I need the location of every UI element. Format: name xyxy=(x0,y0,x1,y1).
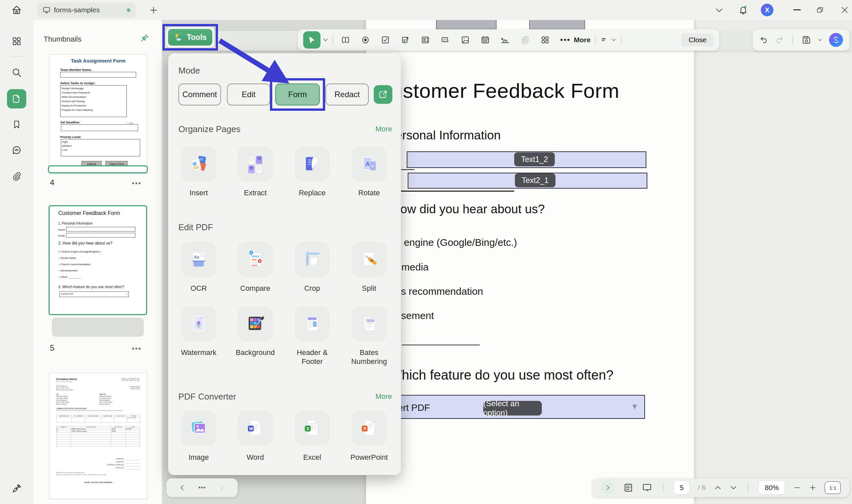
thumbnail-page-4[interactable]: Task Assignment Form Team Member Name: S… xyxy=(49,54,147,174)
mode-comment-button[interactable]: Comment xyxy=(178,84,221,106)
attachments-button[interactable] xyxy=(8,168,25,185)
sign-tool-button[interactable] xyxy=(8,480,25,497)
zoom-level-box[interactable]: 80% xyxy=(759,481,785,494)
user-avatar[interactable]: X xyxy=(761,4,774,16)
redo-button[interactable] xyxy=(775,35,784,44)
signature-field-tool[interactable] xyxy=(496,31,515,49)
tool-replace[interactable] xyxy=(295,146,330,181)
checkbox-tool[interactable] xyxy=(376,31,395,49)
field-grid-tool[interactable] xyxy=(535,31,555,49)
tool-watermark[interactable] xyxy=(181,306,216,341)
organize-more-link[interactable]: More xyxy=(375,125,392,133)
prev-page-button[interactable] xyxy=(179,484,186,491)
tool-bates-numbering[interactable]: 000123 xyxy=(352,306,386,341)
extract-icon xyxy=(245,154,266,174)
tool-split[interactable] xyxy=(352,242,386,276)
mini-option: ○ Other: ________ xyxy=(58,275,81,278)
close-window-button[interactable] xyxy=(841,6,849,14)
zoom-in-button[interactable] xyxy=(809,484,816,491)
save-options-chevron[interactable] xyxy=(817,38,823,42)
actual-size-button[interactable]: 1:1 xyxy=(825,481,841,494)
tool-to-powerpoint[interactable]: P xyxy=(352,411,386,445)
bookmarks-button[interactable] xyxy=(8,116,25,133)
home-button[interactable] xyxy=(11,5,22,15)
next-page-button[interactable] xyxy=(218,484,225,491)
select-tool-button[interactable] xyxy=(303,31,320,49)
radio-button-tool[interactable] xyxy=(356,31,375,49)
dropdown-caret-icon[interactable]: ▼ xyxy=(631,402,639,411)
new-tab-button[interactable] xyxy=(149,6,158,15)
page-down-button[interactable] xyxy=(730,485,737,490)
alignment-tool-button[interactable] xyxy=(600,36,616,44)
thumbnail-page-6[interactable]: [Company Name] [Your Company Slogan] INV… xyxy=(49,373,147,499)
combo-box-tool[interactable] xyxy=(396,31,415,49)
chevron-down-icon[interactable] xyxy=(322,38,329,42)
document-tab[interactable]: forms-samples xyxy=(37,3,136,17)
list-box-tool[interactable] xyxy=(416,31,435,49)
collapse-toolbar-button[interactable] xyxy=(715,8,724,13)
invoice-title: INVOICE xyxy=(122,377,140,382)
tool-insert[interactable] xyxy=(181,146,216,181)
tool-label: PowerPoint xyxy=(344,453,394,462)
mini-task: Prepare for Client Meeting xyxy=(61,108,125,112)
mini-task: Write Documentation xyxy=(61,95,125,99)
tools-icon xyxy=(174,33,184,41)
presentation-button[interactable] xyxy=(642,483,652,493)
selected-field-highlight[interactable] xyxy=(48,165,148,173)
field-list-button[interactable] xyxy=(623,483,633,493)
tool-rotate[interactable]: A> xyxy=(352,146,386,181)
svg-text:W: W xyxy=(249,427,253,431)
text-field-tool[interactable] xyxy=(336,31,355,49)
page-up-button[interactable] xyxy=(714,485,722,490)
tool-to-excel[interactable]: X xyxy=(295,411,330,445)
tool-ocr[interactable]: Aa xyxy=(181,242,216,276)
open-in-new-window-button[interactable] xyxy=(374,85,392,104)
save-button[interactable] xyxy=(802,35,811,44)
page-total: / 6 xyxy=(698,484,706,492)
pages-overflow-button[interactable]: ••• xyxy=(198,484,206,491)
tool-header-footer[interactable] xyxy=(295,306,330,341)
more-tools-button[interactable]: ••• More xyxy=(560,35,590,44)
thumbnail-page-5[interactable]: Customer Feedback Form 1. Personal Infor… xyxy=(49,205,147,315)
thumb-4-menu[interactable]: ••• xyxy=(132,179,141,187)
tool-label: Header & Footer xyxy=(287,348,337,366)
minimize-button[interactable] xyxy=(794,9,801,10)
thumbnails-panel-button[interactable] xyxy=(7,89,26,108)
pin-panel-button[interactable] xyxy=(140,33,149,42)
duplicate-fields-tool[interactable] xyxy=(516,31,535,49)
date-field-tool[interactable] xyxy=(476,31,495,49)
maximize-button[interactable] xyxy=(816,6,824,14)
ai-assistant-button[interactable] xyxy=(829,33,843,47)
mini-priority: Medium xyxy=(62,144,139,148)
expand-bar-button[interactable] xyxy=(601,481,615,495)
undo-button[interactable] xyxy=(759,35,768,44)
tool-compare[interactable] xyxy=(238,242,272,276)
tool-label: OCR xyxy=(174,284,224,293)
doc-underline xyxy=(401,191,514,192)
tool-crop[interactable] xyxy=(295,242,330,276)
search-button[interactable] xyxy=(8,64,25,81)
mode-redact-button[interactable]: Redact xyxy=(325,84,369,106)
tools-button[interactable]: Tools xyxy=(168,29,212,46)
tool-extract[interactable] xyxy=(238,146,272,181)
close-form-mode-button[interactable]: Close xyxy=(681,33,714,47)
page4-form-field[interactable] xyxy=(436,20,497,30)
tool-background[interactable] xyxy=(238,306,272,341)
svg-text:A: A xyxy=(366,161,370,167)
page-icon xyxy=(12,94,22,104)
panel-grid-button[interactable] xyxy=(8,33,25,50)
comments-button[interactable] xyxy=(8,141,25,159)
page4-form-field[interactable] xyxy=(529,20,585,30)
thumb-5-menu[interactable]: ••• xyxy=(132,344,141,353)
tool-to-image[interactable] xyxy=(181,411,216,445)
image-field-tool[interactable] xyxy=(456,31,475,49)
zoom-out-button[interactable] xyxy=(794,484,801,491)
page-number-input[interactable]: 5 xyxy=(674,481,689,494)
tool-to-word[interactable]: W xyxy=(238,411,272,445)
converter-more-link[interactable]: More xyxy=(375,392,392,401)
push-button-tool[interactable]: OK xyxy=(436,31,455,49)
mini-label: Set Deadline: xyxy=(60,121,80,124)
svg-text:>: > xyxy=(371,164,374,169)
notifications-button[interactable] xyxy=(738,5,748,15)
invoice-totals: SUBTOTAL SALES TAX SHIPPING & HANDLING T… xyxy=(91,457,140,469)
